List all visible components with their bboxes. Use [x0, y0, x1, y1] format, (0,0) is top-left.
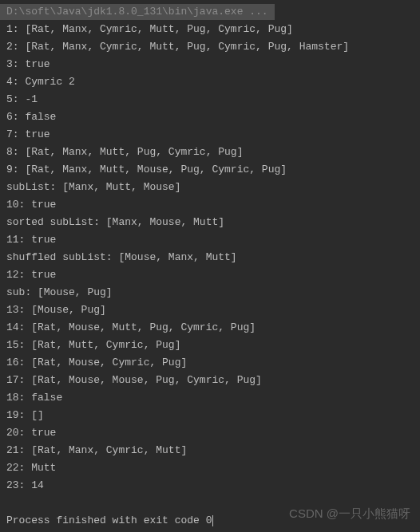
watermark: CSDN @一只小熊猫呀	[289, 505, 410, 522]
output-line: 14: [Rat, Mouse, Mutt, Pug, Cymric, Pug]	[6, 319, 414, 337]
output-line: 1: [Rat, Manx, Cymric, Mutt, Pug, Cymric…	[6, 21, 414, 38]
output-line: 5: -1	[6, 91, 414, 108]
output-line: 15: [Rat, Mutt, Cymric, Pug]	[6, 337, 414, 354]
output-line: 10: true	[6, 196, 414, 214]
cursor-icon	[212, 515, 213, 526]
output-line: sub: [Mouse, Pug]	[6, 284, 414, 301]
output-line: 18: false	[6, 389, 414, 407]
output-line: 6: false	[6, 108, 414, 126]
output-line: 20: true	[6, 424, 414, 442]
output-line: subList: [Manx, Mutt, Mouse]	[6, 179, 414, 196]
output-line: 13: [Mouse, Pug]	[6, 301, 414, 319]
output-line: 7: true	[6, 126, 414, 144]
output-line: 4: Cymric 2	[6, 73, 414, 91]
command-line: D:\soft\Java\jdk1.8.0_131\bin\java.exe .…	[0, 4, 275, 20]
output-line: 21: [Rat, Manx, Cymric, Mutt]	[6, 442, 414, 459]
output-line: 11: true	[6, 231, 414, 249]
output-line: 2: [Rat, Manx, Cymric, Mutt, Pug, Cymric…	[6, 38, 414, 56]
console-output: 1: [Rat, Manx, Cymric, Mutt, Pug, Cymric…	[0, 21, 420, 530]
output-line: 8: [Rat, Manx, Mutt, Pug, Cymric, Pug]	[6, 144, 414, 161]
output-line: 22: Mutt	[6, 459, 414, 477]
output-line: 3: true	[6, 56, 414, 73]
output-line: 12: true	[6, 266, 414, 284]
output-line: 23: 14	[6, 477, 414, 495]
output-line: 16: [Rat, Mouse, Cymric, Pug]	[6, 354, 414, 372]
output-line: 19: []	[6, 407, 414, 424]
output-line: 9: [Rat, Manx, Mutt, Mouse, Pug, Cymric,…	[6, 161, 414, 179]
output-line: shuffled subList: [Mouse, Manx, Mutt]	[6, 249, 414, 266]
output-line: sorted subList: [Manx, Mouse, Mutt]	[6, 214, 414, 231]
output-line: 17: [Rat, Mouse, Mouse, Pug, Cymric, Pug…	[6, 372, 414, 389]
